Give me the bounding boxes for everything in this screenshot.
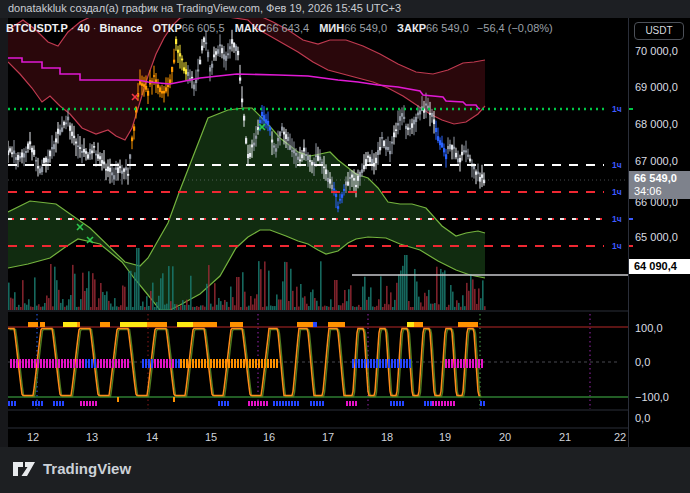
close-label: ЗАКР [397, 22, 426, 34]
tradingview-snapshot: donatakkluk создал(а) график на TradingV… [0, 0, 690, 493]
svg-text:1ч: 1ч [612, 241, 622, 251]
svg-text:20: 20 [499, 431, 511, 443]
close-value: 66 549,0 [426, 22, 469, 34]
exchange-label: Binance [100, 22, 143, 34]
level-price-badge[interactable]: 64 090,4 [629, 259, 690, 274]
legend-separator-1: · [71, 22, 75, 34]
high-value: 66 643,4 [266, 22, 309, 34]
last-price-badge: 66 549,0 34:06 [629, 171, 690, 199]
low-label: МИН [319, 22, 344, 34]
svg-text:1ч: 1ч [612, 187, 622, 197]
svg-text:19: 19 [439, 431, 451, 443]
legend-separator-2: · [93, 22, 97, 34]
price-tick: 69 000,0 [635, 81, 678, 93]
low-value: 66 549,0 [344, 22, 387, 34]
svg-text:1ч: 1ч [612, 214, 622, 224]
chart-area: 1ч1ч1ч1ч1ч1213141516171819202122 BTCUSDT… [0, 18, 690, 447]
oscillator-tick: −100,0 [635, 391, 669, 403]
price-tick: 68 000,0 [635, 118, 678, 130]
last-price-value: 66 549,0 [634, 172, 690, 185]
svg-text:21: 21 [559, 431, 571, 443]
chart-pane[interactable]: 1ч1ч1ч1ч1ч1213141516171819202122 [8, 18, 628, 447]
tradingview-logo-icon [12, 458, 36, 478]
svg-text:18: 18 [381, 431, 393, 443]
svg-text:17: 17 [322, 431, 334, 443]
snapshot-title-text: donatakkluk создал(а) график на TradingV… [8, 2, 401, 14]
axis-level-mark [629, 218, 633, 220]
price-tick: 65 000,0 [635, 231, 678, 243]
currency-toggle-button[interactable]: USDT [634, 22, 684, 40]
level-price-value: 64 090,4 [634, 260, 677, 272]
tradingview-logo[interactable]: TradingView [12, 458, 131, 478]
svg-text:22: 22 [614, 431, 626, 443]
axis-level-mark [629, 108, 633, 110]
tradingview-logo-text: TradingView [43, 460, 131, 477]
svg-text:1ч: 1ч [612, 160, 622, 170]
price-tick: 67 000,0 [635, 155, 678, 167]
axis-level-mark [629, 245, 633, 247]
open-value: 66 605,5 [182, 22, 225, 34]
svg-text:16: 16 [263, 431, 275, 443]
subpanel-tick: 0,0 [635, 412, 650, 424]
oscillator-tick: 100,0 [635, 322, 663, 334]
oscillator-tick: 0,0 [635, 356, 650, 368]
svg-text:14: 14 [146, 431, 158, 443]
bar-countdown: 34:06 [634, 185, 690, 198]
svg-text:13: 13 [86, 431, 98, 443]
svg-text:15: 15 [205, 431, 217, 443]
svg-text:12: 12 [27, 431, 39, 443]
change-value: −56,4 (−0,08%) [477, 22, 553, 34]
snapshot-title-bar: donatakkluk создал(а) график на TradingV… [0, 0, 690, 18]
high-label: МАКС [235, 22, 267, 34]
symbol-label[interactable]: BTCUSDT.P [6, 22, 68, 34]
open-label: ОТКР [152, 22, 181, 34]
chart-legend[interactable]: BTCUSDT.P · 40 · Binance ОТКР66 605,5 МА… [6, 22, 553, 34]
price-tick: 70 000,0 [635, 45, 678, 57]
price-axis[interactable]: USDT 70 000,069 000,068 000,067 000,066 … [628, 18, 690, 447]
svg-text:1ч: 1ч [612, 104, 622, 114]
interval-label[interactable]: 40 [78, 22, 90, 34]
snapshot-footer: TradingView [0, 447, 690, 493]
